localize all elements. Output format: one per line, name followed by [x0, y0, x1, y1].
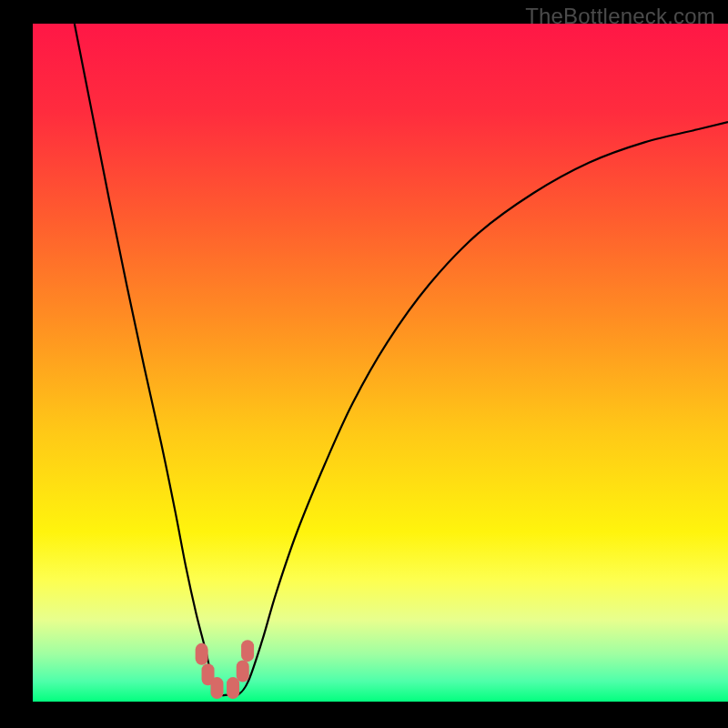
- watermark-text: TheBottleneck.com: [525, 4, 715, 29]
- marker-dot: [196, 643, 208, 665]
- gradient-background: [33, 24, 728, 702]
- marker-dot: [210, 677, 223, 699]
- plot-area: [33, 24, 728, 702]
- marker-dot: [227, 677, 239, 699]
- chart-frame: TheBottleneck.com: [0, 0, 728, 728]
- chart-svg: [33, 24, 728, 702]
- marker-dot: [237, 660, 249, 682]
- marker-dot: [241, 640, 254, 662]
